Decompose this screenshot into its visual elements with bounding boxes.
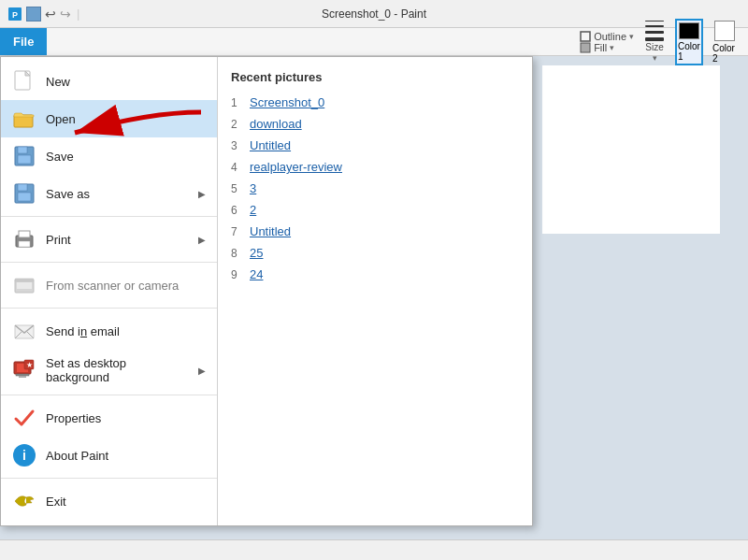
menu-print-label: Print xyxy=(46,233,189,247)
saveas-icon xyxy=(12,181,36,206)
file-tab[interactable]: File xyxy=(0,28,47,55)
size-button[interactable]: Size ▾ xyxy=(641,21,668,63)
recent-pictures-panel: Recent pictures 1 Screenshot_0 2 downloa… xyxy=(218,57,532,525)
outline-button[interactable]: Outline ▾ xyxy=(580,31,634,42)
title-bar: P ↩ ↪ | Screenshot_0 - Paint xyxy=(0,0,748,28)
recent-num-7: 7 xyxy=(231,225,244,238)
menu-save-label: Save xyxy=(46,150,206,164)
menu-open-label: Open xyxy=(46,112,206,126)
menu-item-open[interactable]: Open xyxy=(1,100,217,137)
menu-item-saveas[interactable]: Save as ▶ xyxy=(1,175,217,212)
fill-icon xyxy=(580,42,591,53)
divider-2 xyxy=(1,262,217,263)
recent-item-2[interactable]: 2 download xyxy=(218,113,532,135)
recent-name-2: download xyxy=(250,117,302,131)
print-icon xyxy=(12,227,36,251)
recent-item-1[interactable]: 1 Screenshot_0 xyxy=(218,92,532,113)
svg-text:P: P xyxy=(12,10,18,20)
menu-item-save[interactable]: Save xyxy=(1,137,217,175)
recent-num-9: 9 xyxy=(231,268,244,281)
menu-item-desktop[interactable]: ★ Set as desktop background ▶ xyxy=(1,350,217,391)
ribbon: File Outline ▾ Fill ▾ xyxy=(0,28,748,56)
svg-rect-18 xyxy=(15,279,34,281)
menu-email-label: Send in email xyxy=(46,324,206,338)
properties-icon xyxy=(12,406,36,430)
menu-desktop-label: Set as desktop background xyxy=(46,356,189,384)
recent-num-5: 5 xyxy=(231,182,244,195)
outline-icon xyxy=(580,31,591,42)
recent-item-6[interactable]: 6 2 xyxy=(218,199,532,221)
size-chevron: ▾ xyxy=(653,53,657,63)
qat-undo-button[interactable]: ↩ xyxy=(45,7,56,22)
outline-chevron: ▾ xyxy=(629,32,634,41)
menu-item-scanner[interactable]: From scanner or camera xyxy=(1,266,217,304)
exit-icon xyxy=(12,489,36,513)
divider-1 xyxy=(1,216,217,217)
menu-item-about[interactable]: i About Paint xyxy=(1,437,217,474)
recent-name-6: 2 xyxy=(250,203,256,217)
recent-num-2: 2 xyxy=(231,118,244,131)
recent-name-4: realplayer-review xyxy=(250,160,342,174)
recent-item-5[interactable]: 5 3 xyxy=(218,178,532,199)
svg-rect-3 xyxy=(581,43,590,52)
divider-4 xyxy=(1,395,217,395)
email-icon xyxy=(12,319,36,343)
scanner-icon xyxy=(12,273,36,297)
recent-num-4: 4 xyxy=(231,161,244,174)
menu-about-label: About Paint xyxy=(46,449,206,463)
app-icon: P xyxy=(7,7,22,22)
window-title: Screenshot_0 - Paint xyxy=(322,7,426,21)
menu-item-properties[interactable]: Properties xyxy=(1,399,217,437)
svg-rect-11 xyxy=(18,184,27,191)
recent-item-7[interactable]: 7 Untitled xyxy=(218,221,532,242)
about-icon: i xyxy=(12,443,36,467)
color1-box xyxy=(679,22,699,39)
recent-item-3[interactable]: 3 Untitled xyxy=(218,135,532,156)
divider-3 xyxy=(1,308,217,309)
svg-rect-25 xyxy=(19,376,26,378)
file-menu: New Open xyxy=(0,56,533,526)
svg-rect-12 xyxy=(18,193,31,201)
outline-fill-group: Outline ▾ Fill ▾ xyxy=(580,31,634,53)
fill-chevron: ▾ xyxy=(610,43,614,52)
save-icon xyxy=(12,144,36,168)
menu-item-new[interactable]: New xyxy=(1,63,217,100)
recent-num-6: 6 xyxy=(231,204,244,217)
menu-item-exit[interactable]: Exit xyxy=(1,482,217,520)
recent-item-4[interactable]: 4 realplayer-review xyxy=(218,156,532,178)
color2-box xyxy=(714,21,735,41)
divider-5 xyxy=(1,478,217,479)
menu-properties-label: Properties xyxy=(46,411,206,425)
qat-redo-button[interactable]: ↪ xyxy=(60,7,71,22)
recent-name-8: 25 xyxy=(250,246,263,260)
color2-swatch[interactable]: Color 2 xyxy=(711,19,739,65)
recent-item-9[interactable]: 9 24 xyxy=(218,264,532,285)
recent-header: Recent pictures xyxy=(218,66,532,92)
canvas xyxy=(542,65,720,234)
svg-rect-2 xyxy=(581,32,590,41)
qat-save-button[interactable] xyxy=(26,7,41,22)
new-icon xyxy=(12,69,36,93)
svg-rect-15 xyxy=(19,241,30,247)
recent-name-3: Untitled xyxy=(250,138,291,152)
canvas-area xyxy=(533,56,748,560)
desktop-icon: ★ xyxy=(12,358,36,382)
color1-swatch[interactable]: Color 1 xyxy=(675,19,703,65)
recent-num-8: 8 xyxy=(231,247,244,260)
recent-num-1: 1 xyxy=(231,96,244,109)
recent-name-1: Screenshot_0 xyxy=(250,95,324,109)
size-lines-icon xyxy=(645,21,664,41)
status-bar xyxy=(0,539,748,560)
menu-item-print[interactable]: Print ▶ xyxy=(1,221,217,258)
print-arrow: ▶ xyxy=(198,235,206,245)
svg-text:★: ★ xyxy=(26,361,33,369)
svg-rect-17 xyxy=(17,282,32,289)
svg-rect-14 xyxy=(19,231,30,237)
menu-container: New Open xyxy=(1,57,532,525)
recent-num-3: 3 xyxy=(231,139,244,152)
recent-item-8[interactable]: 8 25 xyxy=(218,242,532,264)
fill-button[interactable]: Fill ▾ xyxy=(580,42,634,53)
svg-rect-24 xyxy=(16,374,29,376)
menu-item-email[interactable]: Send in email xyxy=(1,312,217,350)
recent-name-9: 24 xyxy=(250,267,263,281)
